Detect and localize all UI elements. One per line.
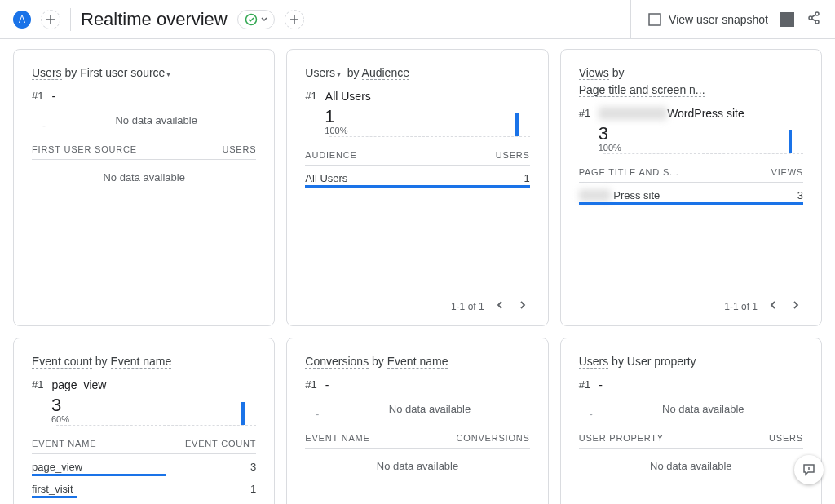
sparkline-chart [329,111,529,137]
metric-link[interactable]: Views [579,66,609,80]
metric-link[interactable]: Conversions [305,355,369,369]
table-head: EVENT NAME EVENT COUNT [32,432,256,454]
rank: #1 [32,378,43,391]
card-event-count: Event count by Event name #1 page_view 3… [13,338,275,504]
share-button[interactable] [806,10,822,29]
spark-bar [515,113,519,136]
card-title: Users by First user source▾ [32,64,256,82]
row-bar [579,202,803,205]
sparkline-area [579,128,803,154]
redacted-text: xxxxxx [579,189,611,201]
top-item: #1 page_view [32,378,256,391]
col-dimension: AUDIENCE [305,150,356,160]
table-head: PAGE TITLE AND S... VIEWS [579,161,803,183]
pager: 1-1 of 1 [579,292,803,314]
spark-placeholder: - [305,409,329,420]
table-no-data: No data available [32,160,256,195]
table-row[interactable]: xxxxxx Press site 3 [579,183,803,205]
card-users-by-first-source: Users by First user source▾ #1 - - No da… [13,49,275,326]
sparkline-chart [603,128,803,154]
metric-link[interactable]: Users [32,66,62,80]
row-value: 3 [797,189,803,201]
top-item: #1 - [32,90,256,103]
top-item: #1 xxxxxxxxxxxxWordPress site [579,107,803,120]
chevron-down-icon[interactable]: ▾ [166,68,170,80]
chevron-down-icon[interactable]: ▾ [337,68,341,80]
sparkline-area: - No data available [32,109,256,131]
row-label: first_visit [32,483,73,495]
row-bar [305,185,529,188]
metric-link[interactable]: Event count [32,355,92,369]
dimension-link[interactable]: Event name [111,355,172,369]
dimension-link[interactable]: Event name [387,355,448,369]
col-metric: USERS [769,433,803,443]
add-widget-button[interactable] [285,10,304,29]
row-value: 1 [250,483,256,495]
col-dimension: PAGE TITLE AND S... [579,167,679,177]
feedback-icon [802,462,816,477]
rank: #1 [32,90,43,102]
header: A Realtime overview View user snapshot [0,0,835,39]
dimension-link[interactable]: Page title and screen n... [579,83,705,97]
card-title: Users▾ by Audience [305,64,529,82]
sparkline-area [32,400,256,426]
no-data-chart: No data available [329,398,529,420]
row-value: 3 [250,461,256,473]
plus-icon [46,15,55,24]
table-row[interactable]: All Users 1 [305,166,529,188]
pager-text: 1-1 of 1 [724,301,758,312]
metric-link[interactable]: Users [579,355,609,369]
pager-prev[interactable] [493,298,507,314]
card-title: Users by User property [579,353,803,370]
rank: #1 [579,107,590,119]
page-title: Realtime overview [81,9,228,30]
header-right: View user snapshot [630,0,822,39]
col-metric: EVENT COUNT [185,439,256,449]
pager-prev[interactable] [766,298,780,314]
dimension-link[interactable]: User property [627,355,696,368]
table-no-data: No data available [579,449,803,484]
chevron-left-icon [769,300,777,310]
pager: 1-1 of 1 [305,292,529,314]
col-dimension: FIRST USER SOURCE [32,144,137,154]
pager-next[interactable] [515,298,530,314]
chevron-right-icon [792,300,800,310]
table-head: AUDIENCE USERS [305,144,529,166]
top-label: - [325,378,329,391]
row-bar [32,496,77,498]
status-filter[interactable] [237,10,275,29]
pager-text: 1-1 of 1 [451,301,484,312]
card-title: Views by Page title and screen n... [579,64,803,99]
row-label: xxxxxx Press site [579,189,660,201]
redacted-text: xxxxxxxxxxxx [599,107,667,120]
card-users-by-property: Users by User property #1 - - No data av… [560,338,822,504]
dimension-link[interactable]: Audience [362,66,409,80]
chevron-left-icon [496,300,504,310]
dimension-link[interactable]: First user source [80,66,165,79]
metric-link[interactable]: Users [305,66,335,79]
col-metric: USERS [222,144,256,154]
card-users-by-audience: Users▾ by Audience #1 All Users 1 100% A… [286,49,548,326]
table-row[interactable]: page_view 3 [32,454,256,476]
table-head: EVENT NAME CONVERSIONS [305,427,529,449]
pager-next[interactable] [789,298,803,314]
check-circle-icon [245,13,258,26]
col-dimension: USER PROPERTY [579,433,664,443]
user-snapshot-icon [647,12,662,27]
top-label: xxxxxxxxxxxxWordPress site [599,107,744,120]
add-comparison-button[interactable] [41,10,60,29]
plus-icon [289,15,299,24]
top-item: #1 - [305,378,529,391]
rank: #1 [305,90,316,102]
secondary-action-button[interactable] [780,12,794,27]
share-icon [806,10,822,26]
table-row[interactable]: first_visit 1 [32,476,256,498]
feedback-button[interactable] [794,455,824,484]
col-metric: VIEWS [771,167,803,177]
avatar[interactable]: A [13,11,31,29]
rank: #1 [579,378,590,391]
chevron-down-icon [261,16,267,23]
divider [70,8,71,31]
table-head: FIRST USER SOURCE USERS [32,138,256,160]
view-snapshot-button[interactable]: View user snapshot [647,12,768,27]
